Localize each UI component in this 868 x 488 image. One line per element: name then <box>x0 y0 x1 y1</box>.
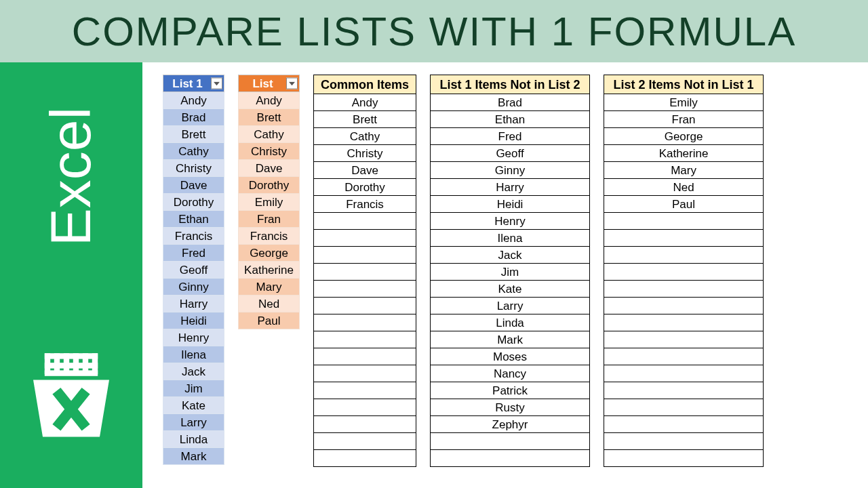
table-cell[interactable] <box>604 433 764 450</box>
table-cell[interactable]: Dorothy <box>163 194 224 211</box>
table-cell[interactable]: Francis <box>163 228 224 245</box>
header-list1[interactable]: List 1 <box>163 75 224 92</box>
table-cell[interactable] <box>431 433 590 450</box>
table-cell[interactable] <box>314 416 416 433</box>
table-cell[interactable] <box>604 247 764 264</box>
table-cell[interactable] <box>604 382 764 399</box>
table-cell[interactable]: Paul <box>604 196 764 213</box>
table-cell[interactable]: Rusty <box>431 399 590 416</box>
table-cell[interactable]: Harry <box>431 179 590 196</box>
table-cell[interactable] <box>604 365 764 382</box>
table-cell[interactable] <box>604 348 764 365</box>
table-cell[interactable]: Geoff <box>163 262 224 279</box>
table-cell[interactable] <box>314 450 416 467</box>
table-cell[interactable] <box>314 213 416 230</box>
table-cell[interactable]: Emily <box>604 94 764 111</box>
table-cell[interactable]: Andy <box>239 92 300 109</box>
table-cell[interactable]: George <box>239 245 300 262</box>
table-cell[interactable] <box>314 247 416 264</box>
table-cell[interactable]: Heidi <box>431 196 590 213</box>
table-cell[interactable] <box>314 230 416 247</box>
table-cell[interactable]: Zephyr <box>431 416 590 433</box>
table-cell[interactable]: Andy <box>314 94 416 111</box>
table-cell[interactable]: Dorothy <box>239 177 300 194</box>
table-cell[interactable]: Paul <box>239 312 300 329</box>
table-cell[interactable] <box>431 450 590 467</box>
table-cell[interactable]: Fred <box>431 128 590 145</box>
table-cell[interactable]: Jim <box>163 380 224 397</box>
table-cell[interactable]: Brett <box>239 109 300 126</box>
table-cell[interactable] <box>314 382 416 399</box>
table-cell[interactable] <box>314 433 416 450</box>
table-cell[interactable]: Ethan <box>163 211 224 228</box>
table-cell[interactable]: Henry <box>163 329 224 346</box>
table-cell[interactable]: Brett <box>163 126 224 143</box>
filter-dropdown-icon[interactable] <box>286 78 298 89</box>
table-cell[interactable]: Francis <box>314 196 416 213</box>
header-list2[interactable]: List <box>239 75 300 92</box>
table-cell[interactable] <box>314 281 416 298</box>
table-cell[interactable]: Patrick <box>431 382 590 399</box>
table-cell[interactable]: Fran <box>604 111 764 128</box>
table-cell[interactable] <box>604 314 764 331</box>
table-cell[interactable]: Larry <box>431 298 590 314</box>
table-cell[interactable] <box>604 331 764 348</box>
table-cell[interactable]: Cathy <box>239 126 300 143</box>
table-cell[interactable]: Geoff <box>431 145 590 162</box>
table-cell[interactable]: Nancy <box>431 365 590 382</box>
table-cell[interactable]: Katherine <box>604 145 764 162</box>
table-cell[interactable]: Francis <box>239 228 300 245</box>
table-cell[interactable]: Cathy <box>314 128 416 145</box>
table-cell[interactable]: Andy <box>163 92 224 109</box>
table-cell[interactable]: Ethan <box>431 111 590 128</box>
table-cell[interactable] <box>314 365 416 382</box>
table-cell[interactable]: Kate <box>163 397 224 414</box>
table-cell[interactable]: Christy <box>314 145 416 162</box>
table-cell[interactable]: Brad <box>163 109 224 126</box>
table-cell[interactable] <box>314 298 416 314</box>
table-cell[interactable] <box>314 399 416 416</box>
table-cell[interactable] <box>604 213 764 230</box>
table-cell[interactable]: Ginny <box>163 279 224 296</box>
table-cell[interactable]: Jack <box>163 363 224 380</box>
table-cell[interactable]: Mary <box>604 162 764 179</box>
table-cell[interactable]: Moses <box>431 348 590 365</box>
table-cell[interactable] <box>604 298 764 314</box>
table-cell[interactable]: Brad <box>431 94 590 111</box>
table-cell[interactable]: George <box>604 128 764 145</box>
table-cell[interactable] <box>604 281 764 298</box>
table-cell[interactable]: Dave <box>239 160 300 177</box>
table-cell[interactable]: Fred <box>163 245 224 262</box>
table-cell[interactable] <box>604 230 764 247</box>
table-cell[interactable]: Dave <box>314 162 416 179</box>
table-cell[interactable]: Dave <box>163 177 224 194</box>
table-cell[interactable] <box>314 264 416 281</box>
table-cell[interactable] <box>604 399 764 416</box>
table-cell[interactable]: Henry <box>431 213 590 230</box>
table-cell[interactable] <box>604 264 764 281</box>
table-cell[interactable]: Mark <box>431 331 590 348</box>
table-cell[interactable] <box>314 331 416 348</box>
table-cell[interactable]: Brett <box>314 111 416 128</box>
table-cell[interactable]: Kate <box>431 281 590 298</box>
table-cell[interactable]: Dorothy <box>314 179 416 196</box>
filter-dropdown-icon[interactable] <box>211 78 222 89</box>
table-cell[interactable]: Ilena <box>163 346 224 363</box>
table-cell[interactable] <box>314 348 416 365</box>
table-cell[interactable]: Ilena <box>431 230 590 247</box>
table-cell[interactable]: Fran <box>239 211 300 228</box>
table-cell[interactable]: Larry <box>163 414 224 431</box>
table-cell[interactable]: Linda <box>431 314 590 331</box>
table-cell[interactable]: Ned <box>604 179 764 196</box>
table-cell[interactable] <box>604 450 764 467</box>
table-cell[interactable]: Mary <box>239 279 300 296</box>
table-cell[interactable]: Emily <box>239 194 300 211</box>
table-cell[interactable]: Heidi <box>163 312 224 329</box>
table-cell[interactable]: Ginny <box>431 162 590 179</box>
table-cell[interactable]: Christy <box>163 160 224 177</box>
table-cell[interactable]: Harry <box>163 296 224 312</box>
table-cell[interactable] <box>604 416 764 433</box>
table-cell[interactable]: Mark <box>163 448 224 465</box>
table-cell[interactable]: Jim <box>431 264 590 281</box>
table-cell[interactable]: Linda <box>163 431 224 448</box>
